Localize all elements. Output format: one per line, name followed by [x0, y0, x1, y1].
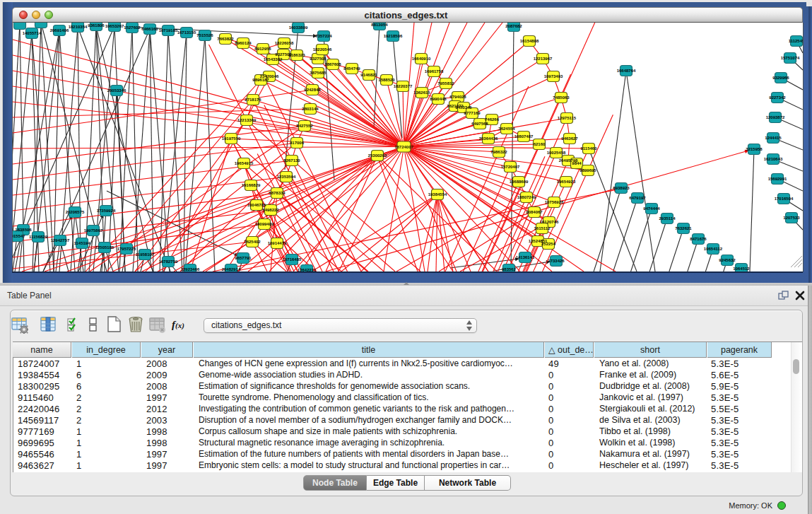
- svg-text:9146821: 9146821: [360, 73, 377, 77]
- svg-text:9329966: 9329966: [772, 76, 789, 80]
- svg-text:2718176: 2718176: [245, 98, 261, 102]
- svg-text:8990448: 8990448: [430, 97, 447, 101]
- svg-text:12353594: 12353594: [277, 175, 296, 179]
- svg-text:19197550: 19197550: [222, 136, 241, 141]
- svg-text:17016504: 17016504: [775, 197, 794, 201]
- svg-text:9896187: 9896187: [252, 78, 269, 82]
- svg-text:12505185: 12505185: [95, 245, 114, 250]
- svg-text:19975867: 19975867: [84, 228, 103, 233]
- svg-text:8471676: 8471676: [690, 237, 707, 241]
- svg-text:10807487: 10807487: [514, 134, 534, 139]
- svg-text:7625402: 7625402: [244, 240, 261, 244]
- svg-text:1112545: 1112545: [789, 39, 803, 43]
- svg-text:9361806: 9361806: [88, 23, 105, 28]
- svg-text:8960124: 8960124: [235, 41, 252, 45]
- svg-text:14055714: 14055714: [23, 31, 42, 35]
- svg-text:16154808: 16154808: [520, 39, 539, 43]
- svg-text:14099489: 14099489: [255, 222, 274, 226]
- svg-text:746266: 746266: [485, 117, 500, 122]
- svg-text:7485063: 7485063: [553, 95, 570, 100]
- svg-text:9777169: 9777169: [464, 111, 481, 115]
- svg-text:9657791: 9657791: [235, 256, 252, 260]
- svg-text:12213967: 12213967: [534, 57, 553, 61]
- svg-text:19384554: 19384554: [428, 192, 447, 197]
- svg-text:18210354: 18210354: [69, 25, 88, 29]
- svg-text:1207533: 1207533: [783, 216, 800, 220]
- svg-text:6466160: 6466160: [141, 27, 158, 31]
- svg-text:2867608: 2867608: [324, 62, 341, 66]
- svg-text:9115460: 9115460: [580, 146, 597, 151]
- svg-text:19654923: 19654923: [557, 180, 576, 184]
- svg-text:8427552: 8427552: [296, 124, 313, 128]
- svg-text:9453345: 9453345: [455, 105, 472, 110]
- svg-text:1615112: 1615112: [534, 226, 551, 230]
- svg-text:7357224: 7357224: [315, 34, 332, 38]
- svg-text:17359924: 17359924: [97, 209, 116, 213]
- svg-text:7955812: 7955812: [437, 81, 454, 86]
- svg-text:6794028: 6794028: [449, 95, 466, 99]
- svg-text:417006: 417006: [290, 141, 305, 145]
- svg-text:3624554: 3624554: [498, 127, 515, 131]
- svg-text:18220546: 18220546: [313, 47, 332, 52]
- svg-text:11958107: 11958107: [136, 252, 155, 257]
- svg-text:18226058: 18226058: [275, 41, 294, 45]
- svg-text:7632621: 7632621: [675, 226, 692, 230]
- svg-text:25300203: 25300203: [368, 153, 387, 158]
- svg-text:3875685: 3875685: [310, 71, 326, 75]
- svg-text:1362615: 1362615: [413, 90, 430, 95]
- svg-text:9084067: 9084067: [526, 210, 543, 214]
- svg-text:5878334: 5878334: [269, 191, 286, 195]
- svg-text:10025458: 10025458: [547, 151, 566, 155]
- svg-text:252254: 252254: [541, 242, 556, 246]
- svg-text:8912956: 8912956: [254, 47, 271, 51]
- svg-text:18220377: 18220377: [394, 84, 413, 88]
- svg-text:9844: 9844: [572, 161, 582, 165]
- svg-text:16543382: 16543382: [264, 57, 283, 62]
- svg-text:18724007: 18724007: [394, 145, 413, 149]
- svg-text:8186323: 8186323: [288, 53, 305, 57]
- svg-text:6497568: 6497568: [471, 122, 488, 126]
- svg-text:11156829: 11156829: [29, 235, 48, 239]
- svg-text:18807249: 18807249: [517, 195, 536, 199]
- svg-text:7986322: 7986322: [490, 150, 507, 154]
- svg-text:3215958: 3215958: [746, 147, 763, 151]
- svg-text:10756928: 10756928: [545, 200, 564, 204]
- svg-text:16782759: 16782759: [159, 259, 178, 264]
- svg-text:8267130: 8267130: [283, 158, 300, 163]
- svg-text:1838506: 1838506: [15, 228, 32, 232]
- svg-text:12213369: 12213369: [237, 118, 257, 122]
- svg-text:19218506: 19218506: [384, 34, 403, 38]
- svg-text:2087682: 2087682: [505, 24, 522, 28]
- svg-text:1588520: 1588520: [378, 78, 395, 82]
- svg-text:16120746: 16120746: [540, 220, 559, 224]
- svg-text:12975115: 12975115: [558, 116, 577, 120]
- svg-text:15720407: 15720407: [501, 165, 520, 169]
- svg-text:15751074: 15751074: [781, 56, 800, 60]
- svg-text:16210643: 16210643: [764, 157, 783, 161]
- svg-text:8454749: 8454749: [343, 66, 360, 71]
- svg-text:15692991: 15692991: [768, 177, 787, 181]
- svg-text:2803144: 2803144: [302, 107, 319, 111]
- svg-text:12942757: 12942757: [51, 238, 70, 243]
- svg-text:10688609: 10688609: [510, 180, 529, 184]
- svg-text:1244415: 1244415: [765, 136, 782, 140]
- svg-text:16713155: 16713155: [177, 30, 196, 35]
- svg-text:10719185: 10719185: [159, 28, 178, 33]
- svg-text:10046785: 10046785: [247, 203, 266, 207]
- svg-text:9242848: 9242848: [304, 88, 321, 92]
- svg-text:20364436: 20364436: [479, 136, 498, 141]
- svg-text:16914479: 16914479: [268, 241, 287, 245]
- svg-text:7515526: 7515526: [196, 33, 213, 37]
- svg-text:20691406: 20691406: [50, 28, 69, 33]
- svg-text:19654915: 19654915: [235, 161, 254, 165]
- svg-text:9899695: 9899695: [579, 168, 596, 173]
- svg-text:9474444: 9474444: [643, 206, 660, 211]
- svg-text:16033809: 16033809: [289, 25, 308, 30]
- svg-text:20053346: 20053346: [107, 88, 126, 93]
- svg-text:1145194: 1145194: [73, 241, 90, 245]
- svg-text:9327508: 9327508: [310, 57, 326, 61]
- svg-text:7663822: 7663822: [217, 37, 234, 41]
- svg-text:10653267: 10653267: [105, 24, 124, 28]
- svg-text:20206575: 20206575: [66, 210, 85, 214]
- svg-text:16961758: 16961758: [425, 69, 444, 74]
